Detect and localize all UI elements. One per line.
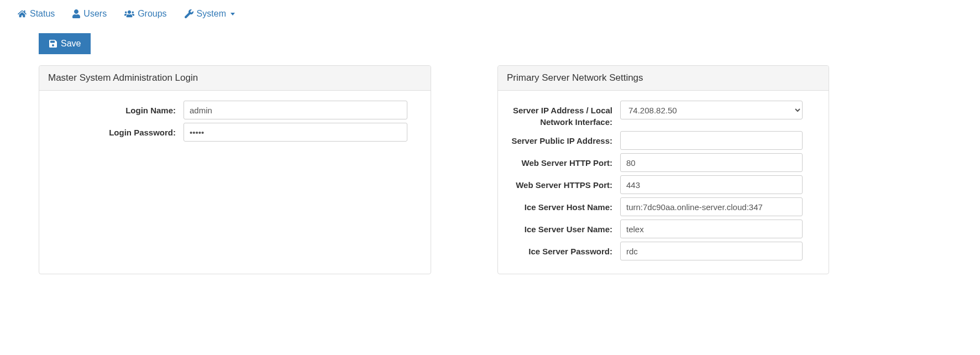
login-name-input[interactable] [184, 101, 407, 119]
ice-user-input[interactable] [620, 220, 803, 238]
http-port-input[interactable] [620, 153, 803, 172]
public-ip-input[interactable] [620, 131, 803, 150]
nav-system[interactable]: System [178, 4, 242, 23]
nav-system-label: System [197, 9, 226, 19]
public-ip-label: Server Public IP Address: [507, 131, 620, 147]
nav-groups-label: Groups [138, 9, 166, 19]
nav-groups[interactable]: Groups [118, 4, 173, 23]
ice-host-label: Ice Server Host Name: [507, 197, 620, 213]
login-password-input[interactable] [184, 123, 407, 142]
nav-status[interactable]: Status [11, 4, 61, 23]
top-nav: Status Users Groups System [0, 0, 980, 28]
save-icon [49, 39, 57, 48]
network-settings-panel: Primary Server Network Settings Server I… [497, 65, 829, 274]
ice-pass-input[interactable] [620, 242, 803, 260]
nav-users-label: Users [83, 9, 107, 19]
server-ip-select[interactable]: 74.208.82.50 [620, 101, 803, 119]
http-port-label: Web Server HTTP Port: [507, 153, 620, 169]
master-login-title: Master System Administration Login [39, 66, 431, 91]
users-icon [124, 9, 134, 18]
https-port-label: Web Server HTTPS Port: [507, 175, 620, 191]
user-icon [72, 9, 80, 18]
server-ip-label: Server IP Address / Local Network Interf… [507, 101, 620, 128]
nav-status-label: Status [30, 9, 55, 19]
https-port-input[interactable] [620, 175, 803, 194]
ice-user-label: Ice Server User Name: [507, 220, 620, 235]
ice-pass-label: Ice Server Password: [507, 242, 620, 257]
network-settings-title: Primary Server Network Settings [498, 66, 829, 91]
caret-down-icon [230, 13, 235, 15]
ice-host-input[interactable] [620, 197, 803, 216]
wrench-icon [185, 9, 193, 18]
login-password-label: Login Password: [48, 123, 184, 138]
nav-users[interactable]: Users [66, 4, 113, 23]
home-icon [18, 9, 27, 18]
master-login-panel: Master System Administration Login Login… [39, 65, 431, 274]
save-button-label: Save [61, 39, 81, 49]
login-name-label: Login Name: [48, 101, 184, 116]
save-button[interactable]: Save [39, 33, 91, 54]
